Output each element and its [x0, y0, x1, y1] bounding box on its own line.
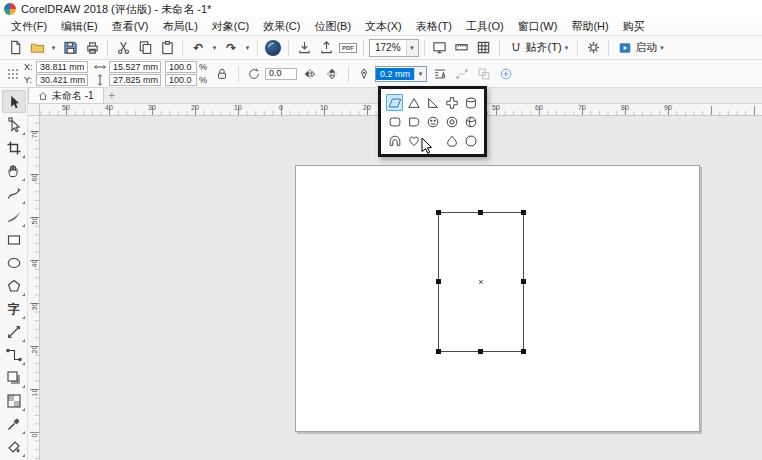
transparency-tool[interactable]: [2, 389, 26, 412]
scale-width-field[interactable]: 100.0: [165, 61, 197, 73]
selection-handle-top-left[interactable]: [436, 210, 441, 215]
rectangle-tool[interactable]: [2, 228, 26, 251]
connector-tool[interactable]: [2, 343, 26, 366]
save-button[interactable]: [60, 38, 80, 58]
paste-button[interactable]: [157, 38, 177, 58]
selected-rectangle[interactable]: ×: [438, 212, 524, 352]
add-page-button[interactable]: +: [104, 87, 120, 103]
object-width-field[interactable]: 15.527 mm: [109, 61, 161, 73]
wrap-text-button[interactable]: [431, 65, 449, 83]
shape-donut-button[interactable]: [443, 113, 460, 130]
shape-arch-button[interactable]: [386, 132, 403, 149]
new-document-button[interactable]: [5, 38, 25, 58]
menu-item[interactable]: 工具(O): [459, 19, 511, 34]
y-position-field[interactable]: 30.421 mm: [36, 74, 88, 86]
zoom-dropdown-caret[interactable]: [406, 40, 418, 56]
page[interactable]: ×: [295, 165, 700, 432]
shape-parallelogram-button[interactable]: [386, 94, 403, 111]
import-button[interactable]: [294, 38, 314, 58]
menu-item[interactable]: 查看(V): [105, 19, 156, 34]
rotation-angle-field[interactable]: 0.0: [265, 68, 297, 80]
shape-d-shape-button[interactable]: [405, 113, 422, 130]
shape-teardrop-button[interactable]: [443, 132, 460, 149]
menu-item[interactable]: 文件(F): [4, 19, 54, 34]
copy-button[interactable]: [135, 38, 155, 58]
shape-cylinder-button[interactable]: [462, 94, 479, 111]
scale-height-field[interactable]: 100.0: [165, 74, 197, 86]
ellipse-tool[interactable]: [2, 251, 26, 274]
undo-button[interactable]: [188, 38, 208, 58]
redo-button[interactable]: [221, 38, 241, 58]
open-flyout-caret[interactable]: [49, 38, 58, 58]
menu-item[interactable]: 文本(X): [358, 19, 409, 34]
quick-customize-button[interactable]: [497, 65, 515, 83]
shape-sphere-button[interactable]: [462, 113, 479, 130]
search-content-button[interactable]: [263, 38, 283, 58]
mirror-vertical-button[interactable]: [323, 65, 341, 83]
mirror-horizontal-button[interactable]: [301, 65, 319, 83]
launch-dropdown[interactable]: 启动: [614, 38, 668, 58]
outline-width-combobox[interactable]: 0.2 mm: [375, 66, 427, 82]
options-button[interactable]: [583, 38, 603, 58]
shape-tool[interactable]: [2, 113, 26, 136]
pan-tool[interactable]: [2, 159, 26, 182]
outline-width-caret[interactable]: [414, 67, 426, 81]
shape-right-triangle-button[interactable]: [424, 94, 441, 111]
shape-rounded-rectangle-button[interactable]: [386, 113, 403, 130]
copy-attributes-button[interactable]: [475, 65, 493, 83]
show-rulers-button[interactable]: [452, 38, 472, 58]
selection-handle-bottom-left[interactable]: [436, 349, 441, 354]
open-button[interactable]: [27, 38, 47, 58]
object-height-field[interactable]: 27.825 mm: [109, 74, 161, 86]
common-shapes-tool[interactable]: [2, 274, 26, 297]
selection-center-marker[interactable]: ×: [478, 277, 483, 287]
menu-item[interactable]: 布局(L): [155, 19, 204, 34]
export-button[interactable]: [316, 38, 336, 58]
zoom-level-combobox[interactable]: 172%: [369, 39, 419, 57]
print-button[interactable]: [82, 38, 102, 58]
hruler-label: 20: [191, 104, 199, 111]
text-tool[interactable]: 字: [2, 297, 26, 320]
freehand-tool[interactable]: [2, 182, 26, 205]
show-grid-button[interactable]: [474, 38, 494, 58]
dimension-tool[interactable]: [2, 320, 26, 343]
selection-handle-bottom-right[interactable]: [521, 349, 526, 354]
hruler-label: 20: [363, 104, 371, 111]
convert-to-curves-button[interactable]: [453, 65, 471, 83]
snap-to-dropdown[interactable]: 贴齐(T): [505, 38, 573, 58]
pick-tool[interactable]: [2, 90, 26, 113]
selection-handle-middle-left[interactable]: [436, 279, 441, 284]
lock-ratio-button[interactable]: [213, 65, 231, 83]
document-tab[interactable]: 未命名 -1: [28, 87, 104, 103]
menu-item[interactable]: 窗口(W): [511, 19, 565, 34]
menu-item[interactable]: 编辑(E): [54, 19, 105, 34]
menu-item[interactable]: 帮助(H): [564, 19, 615, 34]
shape-smiley-button[interactable]: [424, 113, 441, 130]
cut-button[interactable]: [113, 38, 133, 58]
undo-flyout-caret[interactable]: [210, 38, 219, 58]
full-screen-preview-button[interactable]: [430, 38, 450, 58]
drop-shadow-tool[interactable]: [2, 366, 26, 389]
shape-triangle-button[interactable]: [405, 94, 422, 111]
shape-cross-button[interactable]: [443, 94, 460, 111]
shape-heart-button[interactable]: [405, 132, 422, 149]
selection-handle-top-right[interactable]: [521, 210, 526, 215]
x-position-field[interactable]: 38.811 mm: [36, 61, 88, 73]
drawing-canvas[interactable]: ×: [40, 116, 762, 460]
selection-handle-middle-right[interactable]: [521, 279, 526, 284]
shape-octagon-button[interactable]: [462, 132, 479, 149]
crop-tool[interactable]: [2, 136, 26, 159]
menu-item[interactable]: 效果(C): [256, 19, 307, 34]
menu-item[interactable]: 表格(T): [409, 19, 459, 34]
menu-item[interactable]: 对象(C): [205, 19, 256, 34]
selection-handle-bottom-middle[interactable]: [478, 349, 483, 354]
interactive-fill-tool[interactable]: [2, 435, 26, 458]
color-eyedropper-tool[interactable]: [2, 412, 26, 435]
menu-item[interactable]: 位图(B): [307, 19, 358, 34]
vertical-ruler[interactable]: 706050403020100: [28, 116, 40, 460]
redo-flyout-caret[interactable]: [243, 38, 252, 58]
publish-pdf-button[interactable]: PDF: [338, 38, 358, 58]
artistic-media-tool[interactable]: [2, 205, 26, 228]
menu-item[interactable]: 购买: [616, 19, 652, 34]
selection-handle-top-middle[interactable]: [478, 210, 483, 215]
